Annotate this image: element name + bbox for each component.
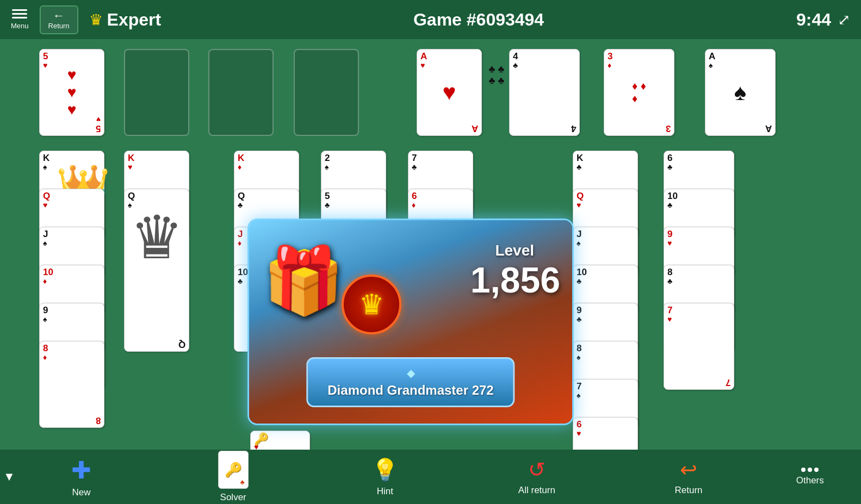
popup-level-label: Level	[495, 242, 534, 259]
return-toolbar-label: Return	[674, 485, 702, 496]
return-toolbar-button[interactable]: ↩ Return	[612, 450, 764, 504]
others-button[interactable]: Others	[765, 450, 856, 504]
all-return-label: All return	[518, 485, 555, 496]
popup-badge-text: Diamond Grandmaster 272	[327, 383, 493, 398]
hamburger-line-3	[12, 17, 27, 18]
others-dots-icon	[801, 468, 819, 472]
crown-badge-icon: ♛	[359, 288, 385, 321]
crown-badge-circle: ♛	[342, 275, 401, 334]
menu-label: Menu	[11, 22, 29, 30]
expand-icon[interactable]: ⤢	[838, 11, 850, 29]
card-center-heart: ♥	[443, 79, 456, 105]
card-center-spade: ♠	[734, 79, 746, 105]
hamburger-line-2	[12, 13, 27, 15]
foundation-spades[interactable]: A ♠ ♠ A	[705, 49, 776, 136]
menu-button[interactable]: Menu	[11, 9, 29, 30]
empty-slot-4[interactable]	[294, 49, 359, 136]
hint-button[interactable]: 💡 Hint	[309, 450, 461, 504]
popup-badge: ◆ Diamond Grandmaster 272	[306, 357, 515, 407]
toolbar: ▼ ✚ New 🔑 ♣ Solver 💡 Hint ↺ All return ↩…	[0, 450, 861, 504]
popup-level-number: 1,856	[470, 259, 560, 301]
card-value: A	[709, 52, 715, 61]
popup-diamond-icon: ◆	[327, 366, 493, 379]
card-bottom-value: A	[472, 124, 478, 133]
card-center-diamonds: ♦ ♦ ♦	[632, 80, 646, 105]
header: Menu ← Return ♛ Expert Game #6093494 9:4…	[0, 0, 861, 39]
hint-icon: 💡	[371, 457, 399, 483]
hint-label: Hint	[377, 486, 393, 497]
empty-slot-2[interactable]	[124, 49, 189, 136]
card-bottom-value: 5	[96, 124, 101, 133]
card-suit: ♥	[43, 61, 47, 69]
all-return-icon: ↺	[528, 458, 546, 482]
card-value: A	[420, 52, 427, 61]
card-suit: ♥	[420, 61, 425, 69]
return-arrow-icon: ←	[53, 10, 65, 22]
game-timer: 9:44	[796, 10, 831, 30]
key-icon: 🔑	[225, 462, 242, 478]
card-bottom-value: A	[765, 124, 772, 133]
card-suit: ♠	[709, 61, 713, 69]
popup-decoration: 🎁 ♛	[260, 231, 401, 372]
empty-slot-3[interactable]	[208, 49, 274, 136]
return-toolbar-icon: ↩	[680, 458, 697, 482]
foundation-diamonds[interactable]: 3 ♦ ♦ ♦ ♦ 3	[604, 49, 674, 136]
all-return-button[interactable]: ↺ All return	[461, 450, 612, 504]
card-value: 5	[43, 52, 48, 61]
card-bottom-value: 3	[666, 124, 671, 133]
game-area: 5 ♥ ♥♥♥ 5 ♥ A ♥ ♥ A 4 ♣ ♣ ♣♣ ♣ 4 3 ♦ ♦ ♦…	[0, 39, 861, 450]
card-center-pips: ♥♥♥	[67, 66, 77, 119]
solver-label: Solver	[220, 492, 246, 503]
new-button[interactable]: ✚ New	[5, 450, 157, 504]
new-label: New	[72, 487, 91, 498]
crown-icon: ♛	[89, 11, 103, 29]
card-value: 4	[513, 52, 518, 61]
others-label: Others	[796, 475, 824, 486]
foundation-hearts[interactable]: A ♥ ♥ A	[417, 49, 482, 136]
difficulty-label: Expert	[107, 10, 162, 30]
toolbar-arrow-icon[interactable]: ▼	[3, 470, 15, 484]
new-icon: ✚	[71, 456, 91, 484]
level-popup[interactable]: 🎁 ♛ Level 1,856 ◆ Diamond Grandmaster 27…	[247, 219, 574, 425]
stock-card[interactable]: 5 ♥ ♥♥♥ 5 ♥	[39, 49, 104, 136]
card-suit: ♦	[608, 61, 611, 69]
card-bottom-value: 4	[571, 124, 576, 133]
tableau-7-card-5[interactable]: 7 ♥ 7	[664, 303, 734, 390]
tableau-2-card-2[interactable]: Q ♠ ♛ Q	[124, 189, 189, 352]
tableau-1-card-6[interactable]: 8 ♦ 8	[39, 341, 104, 428]
return-button[interactable]: ← Return	[40, 5, 78, 34]
solver-button[interactable]: 🔑 ♣ Solver	[157, 450, 309, 504]
solver-card-icon: 🔑 ♣	[218, 451, 249, 489]
card-value: 3	[608, 52, 612, 61]
gift-icon: 🎁	[263, 247, 344, 313]
foundation-clubs[interactable]: 4 ♣ ♣ ♣♣ ♣ 4	[509, 49, 580, 136]
return-button-label: Return	[48, 22, 70, 30]
hamburger-line-1	[12, 9, 27, 11]
game-title: Game #6093494	[161, 10, 796, 30]
card-bottom-suit: ♥	[96, 116, 101, 123]
card-center-clubs: ♣ ♣♣ ♣	[489, 64, 544, 86]
